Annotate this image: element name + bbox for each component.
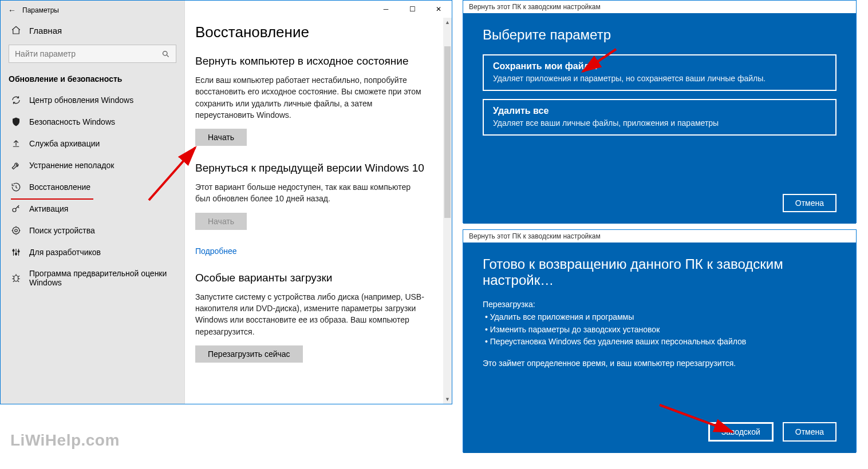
close-button[interactable]: ✕ <box>425 1 452 18</box>
revert-start-button: Начать <box>195 213 247 230</box>
svg-point-1 <box>13 208 16 212</box>
option-keep-files[interactable]: Сохранить мои файлы Удаляет приложения и… <box>483 54 837 91</box>
bullet-item: Удалить все приложения и программы <box>485 311 837 324</box>
dialog-heading: Выберите параметр <box>483 27 837 43</box>
sidebar-item-label: Безопасность Windows <box>29 117 115 126</box>
page-title: Восстановление <box>195 23 426 41</box>
sidebar-home[interactable]: Главная <box>1 19 184 41</box>
svg-point-0 <box>163 51 168 55</box>
annotation-underline <box>11 198 93 200</box>
reset-start-button[interactable]: Начать <box>195 129 247 146</box>
sidebar-item-update[interactable]: Центр обновления Windows <box>1 89 184 111</box>
revert-body: Этот вариант больше недоступен, так как … <box>195 181 426 205</box>
cancel-button[interactable]: Отмена <box>783 422 837 442</box>
sidebar-item-developers[interactable]: Для разработчиков <box>1 241 184 263</box>
home-icon <box>11 25 21 35</box>
minimize-button[interactable]: ─ <box>373 1 399 18</box>
svg-point-5 <box>15 253 17 255</box>
factory-reset-button[interactable]: Заводской <box>708 422 774 442</box>
advanced-heading: Особые варианты загрузки <box>195 272 426 284</box>
history-icon <box>11 182 21 192</box>
bullet-item: Переустановка Windows без удаления ваших… <box>485 336 837 348</box>
option-title: Сохранить мои файлы <box>493 61 826 71</box>
settings-sidebar: ← Параметры Главная Обновление и безопас… <box>1 1 185 404</box>
sidebar-item-security[interactable]: Безопасность Windows <box>1 111 184 133</box>
refresh-icon <box>11 95 21 105</box>
wrench-icon <box>11 160 21 170</box>
svg-point-7 <box>14 276 18 282</box>
advanced-body: Запустите систему с устройства либо диск… <box>195 291 426 337</box>
window-title: Параметры <box>22 6 59 14</box>
dialog-subtitle: Перезагрузка: <box>483 300 837 309</box>
dialog-note: Это займет определенное время, и ваш ком… <box>483 359 837 368</box>
sidebar-item-label: Для разработчиков <box>29 248 101 257</box>
settings-window: ← Параметры Главная Обновление и безопас… <box>0 0 452 404</box>
reset-heading: Вернуть компьютер в исходное состояние <box>195 55 426 67</box>
reset-body: Если ваш компьютер работает нестабильно,… <box>195 74 426 121</box>
dialog-bullets: Удалить все приложения и программы Измен… <box>485 311 837 348</box>
sidebar-item-backup[interactable]: Служба архивации <box>1 133 184 154</box>
sidebar-item-troubleshoot[interactable]: Устранение неполадок <box>1 154 184 176</box>
revert-heading: Вернуться к предыдущей версии Windows 10 <box>195 162 426 174</box>
bug-icon <box>11 273 21 283</box>
search-input[interactable] <box>15 49 161 58</box>
option-desc: Удаляет все ваши личные файлы, приложени… <box>493 118 826 128</box>
upload-icon <box>11 138 21 149</box>
sidebar-item-label: Программа предварительной оценки Windows <box>29 269 174 287</box>
settings-content: ─ ☐ ✕ ▲ ▼ Восстановление Вернуть компьют… <box>185 1 452 404</box>
window-controls: ─ ☐ ✕ <box>373 1 452 18</box>
sidebar-item-label: Центр обновления Windows <box>29 96 133 105</box>
scroll-down-icon[interactable]: ▼ <box>443 395 452 404</box>
dialog-heading: Готово к возвращению данного ПК к заводс… <box>483 256 837 288</box>
dialog-title: Вернуть этот ПК к заводским настройкам <box>463 230 856 243</box>
sidebar-item-label: Восстановление <box>29 182 90 192</box>
search-icon <box>161 50 170 58</box>
restart-now-button[interactable]: Перезагрузить сейчас <box>195 345 303 363</box>
content-scroll: Восстановление Вернуть компьютер в исход… <box>185 18 443 404</box>
sidebar-item-activation[interactable]: Активация <box>1 198 184 220</box>
sidebar-item-label: Устранение неполадок <box>29 161 114 170</box>
svg-point-6 <box>18 251 19 252</box>
sidebar-item-recovery[interactable]: Восстановление <box>1 176 184 198</box>
scroll-up-icon[interactable]: ▲ <box>443 18 452 27</box>
search-box[interactable] <box>9 45 176 63</box>
svg-point-2 <box>15 229 18 232</box>
reset-dialog-ready: Вернуть этот ПК к заводским настройкам Г… <box>463 229 857 452</box>
sidebar-item-insider[interactable]: Программа предварительной оценки Windows <box>1 263 184 293</box>
cancel-button[interactable]: Отмена <box>783 194 837 212</box>
shield-icon <box>11 117 21 127</box>
sidebar-item-find[interactable]: Поиск устройства <box>1 220 184 241</box>
dialog-title: Вернуть этот ПК к заводским настройкам <box>463 1 856 13</box>
sliders-icon <box>11 247 21 257</box>
sidebar-item-label: Служба архивации <box>29 139 100 148</box>
maximize-button[interactable]: ☐ <box>399 1 425 18</box>
key-icon <box>11 204 21 214</box>
scrollbar[interactable]: ▲ ▼ <box>443 18 452 404</box>
locate-icon <box>11 225 21 236</box>
option-desc: Удаляет приложения и параметры, но сохра… <box>493 74 826 83</box>
svg-point-4 <box>13 250 14 252</box>
bullet-item: Изменить параметры до заводских установо… <box>485 324 837 336</box>
scrollbar-thumb[interactable] <box>444 46 451 218</box>
titlebar: ← Параметры <box>1 1 184 19</box>
reset-dialog-choose: Вернуть этот ПК к заводским настройкам В… <box>463 0 857 223</box>
sidebar-home-label: Главная <box>29 26 62 35</box>
watermark: LiWiHelp.com <box>10 431 120 450</box>
sidebar-item-label: Активация <box>29 204 68 213</box>
option-remove-all[interactable]: Удалить все Удаляет все ваши личные файл… <box>483 99 837 136</box>
sidebar-category: Обновление и безопасность <box>1 67 184 89</box>
revert-more-link[interactable]: Подробнее <box>195 247 237 256</box>
svg-point-3 <box>13 227 19 234</box>
back-button[interactable]: ← <box>4 6 20 15</box>
sidebar-item-label: Поиск устройства <box>29 226 95 235</box>
option-title: Удалить все <box>493 106 826 116</box>
